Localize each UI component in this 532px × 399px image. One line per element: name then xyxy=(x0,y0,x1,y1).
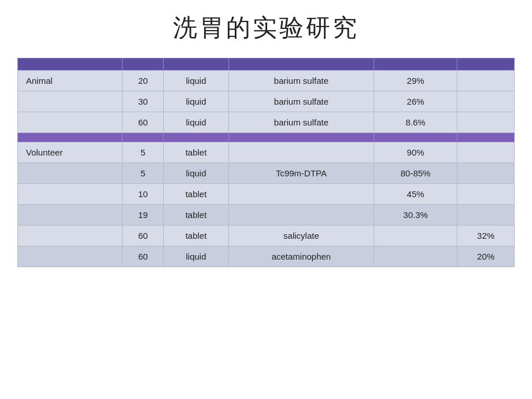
cell-group xyxy=(18,112,123,133)
cell-recovery: 30.3% xyxy=(374,205,457,226)
divider-cell xyxy=(164,133,229,142)
cell-recovery: 26% xyxy=(374,91,457,112)
cell-drug xyxy=(228,142,374,163)
cell-group xyxy=(18,226,123,246)
cell-drug: barium sulfate xyxy=(228,91,374,112)
cell-formulation: tablet xyxy=(164,184,229,205)
divider-cell xyxy=(18,133,123,142)
cell-reduction xyxy=(457,142,515,163)
cell-time: 5 xyxy=(123,163,164,184)
cell-reduction xyxy=(457,71,515,91)
table-header-row xyxy=(18,58,515,71)
table-row: 10tablet45% xyxy=(18,184,515,205)
col-recovery xyxy=(374,58,457,71)
cell-reduction xyxy=(457,91,515,112)
cell-recovery xyxy=(374,226,457,246)
divider-cell xyxy=(457,133,515,142)
table-row: 30liquidbarium sulfate26% xyxy=(18,91,515,112)
cell-formulation: liquid xyxy=(164,112,229,133)
cell-reduction: 20% xyxy=(457,246,515,267)
cell-formulation: liquid xyxy=(164,91,229,112)
cell-drug: Tc99m-DTPA xyxy=(228,163,374,184)
cell-formulation: liquid xyxy=(164,163,229,184)
cell-formulation: liquid xyxy=(164,246,229,267)
cell-formulation: tablet xyxy=(164,226,229,246)
cell-recovery: 90% xyxy=(374,142,457,163)
cell-group xyxy=(18,163,123,184)
table-row: Animal20liquidbarium sulfate29% xyxy=(18,71,515,91)
cell-recovery: 80-85% xyxy=(374,163,457,184)
cell-recovery xyxy=(374,246,457,267)
table-row: 19tablet30.3% xyxy=(18,205,515,226)
cell-group xyxy=(18,205,123,226)
cell-time: 60 xyxy=(123,246,164,267)
cell-reduction xyxy=(457,184,515,205)
cell-recovery: 8.6% xyxy=(374,112,457,133)
data-table: Animal20liquidbarium sulfate29%30liquidb… xyxy=(17,58,515,267)
cell-recovery: 29% xyxy=(374,71,457,91)
table-row: 60tabletsalicylate32% xyxy=(18,226,515,246)
page-title: 洗胃的实验研究 xyxy=(173,12,359,44)
cell-time: 20 xyxy=(123,71,164,91)
col-drug xyxy=(228,58,374,71)
table-row xyxy=(18,133,515,142)
divider-cell xyxy=(228,133,374,142)
cell-reduction xyxy=(457,163,515,184)
cell-reduction: 32% xyxy=(457,226,515,246)
cell-group: Animal xyxy=(18,71,123,91)
col-formulation xyxy=(164,58,229,71)
cell-drug: barium sulfate xyxy=(228,71,374,91)
cell-group xyxy=(18,246,123,267)
divider-cell xyxy=(123,133,164,142)
cell-time: 5 xyxy=(123,142,164,163)
cell-drug xyxy=(228,184,374,205)
table-row: Volunteer5tablet90% xyxy=(18,142,515,163)
cell-drug: salicylate xyxy=(228,226,374,246)
cell-drug xyxy=(228,205,374,226)
cell-time: 60 xyxy=(123,226,164,246)
cell-drug: barium sulfate xyxy=(228,112,374,133)
cell-time: 10 xyxy=(123,184,164,205)
cell-time: 19 xyxy=(123,205,164,226)
cell-time: 30 xyxy=(123,91,164,112)
table-row: 60liquidbarium sulfate8.6% xyxy=(18,112,515,133)
cell-reduction xyxy=(457,112,515,133)
cell-reduction xyxy=(457,205,515,226)
cell-group xyxy=(18,91,123,112)
cell-formulation: tablet xyxy=(164,142,229,163)
cell-group: Volunteer xyxy=(18,142,123,163)
cell-drug: acetaminophen xyxy=(228,246,374,267)
divider-cell xyxy=(374,133,457,142)
table-row: 5liquidTc99m-DTPA80-85% xyxy=(18,163,515,184)
table-row: 60liquidacetaminophen20% xyxy=(18,246,515,267)
cell-formulation: liquid xyxy=(164,71,229,91)
col-reduction xyxy=(457,58,515,71)
table-body: Animal20liquidbarium sulfate29%30liquidb… xyxy=(18,71,515,267)
cell-group xyxy=(18,184,123,205)
cell-recovery: 45% xyxy=(374,184,457,205)
col-group xyxy=(18,58,123,71)
cell-time: 60 xyxy=(123,112,164,133)
col-time xyxy=(123,58,164,71)
cell-formulation: tablet xyxy=(164,205,229,226)
